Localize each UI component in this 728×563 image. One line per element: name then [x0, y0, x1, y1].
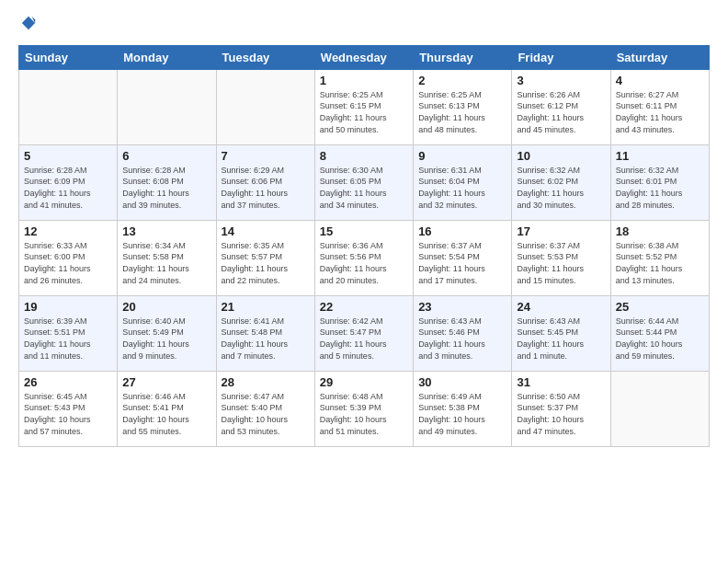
- calendar-cell: 7Sunrise: 6:29 AM Sunset: 6:06 PM Daylig…: [216, 144, 314, 220]
- day-info: Sunrise: 6:39 AM Sunset: 5:51 PM Dayligh…: [24, 316, 112, 362]
- calendar-cell: 30Sunrise: 6:49 AM Sunset: 5:38 PM Dayli…: [414, 371, 512, 446]
- day-number: 6: [122, 149, 210, 163]
- calendar-cell: 15Sunrise: 6:36 AM Sunset: 5:56 PM Dayli…: [314, 220, 413, 295]
- calendar-cell: 1Sunrise: 6:25 AM Sunset: 6:15 PM Daylig…: [314, 69, 413, 144]
- day-number: 12: [24, 224, 112, 238]
- day-number: 20: [122, 300, 210, 314]
- day-info: Sunrise: 6:32 AM Sunset: 6:02 PM Dayligh…: [517, 165, 605, 211]
- day-number: 3: [517, 74, 605, 87]
- calendar-week-2: 5Sunrise: 6:28 AM Sunset: 6:09 PM Daylig…: [19, 144, 710, 220]
- day-info: Sunrise: 6:50 AM Sunset: 5:37 PM Dayligh…: [517, 391, 605, 437]
- day-number: 14: [222, 224, 310, 238]
- calendar-cell: 16Sunrise: 6:37 AM Sunset: 5:54 PM Dayli…: [414, 220, 512, 295]
- logo-icon: [20, 15, 37, 31]
- day-number: 24: [517, 300, 605, 314]
- day-number: 9: [418, 149, 506, 163]
- day-info: Sunrise: 6:37 AM Sunset: 5:54 PM Dayligh…: [418, 240, 506, 286]
- day-info: Sunrise: 6:42 AM Sunset: 5:47 PM Dayligh…: [320, 316, 408, 362]
- day-info: Sunrise: 6:28 AM Sunset: 6:09 PM Dayligh…: [24, 165, 112, 211]
- calendar-cell: 31Sunrise: 6:50 AM Sunset: 5:37 PM Dayli…: [512, 371, 610, 446]
- day-info: Sunrise: 6:29 AM Sunset: 6:06 PM Dayligh…: [222, 165, 310, 211]
- calendar-cell: 5Sunrise: 6:28 AM Sunset: 6:09 PM Daylig…: [19, 144, 118, 220]
- day-header-sunday: Sunday: [19, 45, 118, 69]
- day-number: 13: [122, 224, 210, 238]
- day-number: 15: [320, 224, 408, 238]
- calendar-cell: 2Sunrise: 6:25 AM Sunset: 6:13 PM Daylig…: [414, 69, 512, 144]
- day-info: Sunrise: 6:25 AM Sunset: 6:15 PM Dayligh…: [320, 89, 408, 135]
- calendar-cell: 22Sunrise: 6:42 AM Sunset: 5:47 PM Dayli…: [314, 295, 413, 371]
- day-info: Sunrise: 6:49 AM Sunset: 5:38 PM Dayligh…: [418, 391, 506, 437]
- day-info: Sunrise: 6:31 AM Sunset: 6:04 PM Dayligh…: [418, 165, 506, 211]
- day-header-friday: Friday: [512, 45, 610, 69]
- calendar-cell: 14Sunrise: 6:35 AM Sunset: 5:57 PM Dayli…: [216, 220, 314, 295]
- calendar-cell: 19Sunrise: 6:39 AM Sunset: 5:51 PM Dayli…: [19, 295, 118, 371]
- day-header-tuesday: Tuesday: [216, 45, 314, 69]
- calendar-cell: [19, 69, 118, 144]
- calendar-cell: 8Sunrise: 6:30 AM Sunset: 6:05 PM Daylig…: [314, 144, 413, 220]
- calendar-header-row: SundayMondayTuesdayWednesdayThursdayFrid…: [19, 45, 710, 69]
- calendar-cell: 28Sunrise: 6:47 AM Sunset: 5:40 PM Dayli…: [216, 371, 314, 446]
- calendar-cell: 3Sunrise: 6:26 AM Sunset: 6:12 PM Daylig…: [512, 69, 610, 144]
- calendar-cell: 29Sunrise: 6:48 AM Sunset: 5:39 PM Dayli…: [314, 371, 413, 446]
- day-number: 11: [616, 149, 704, 163]
- day-info: Sunrise: 6:46 AM Sunset: 5:41 PM Dayligh…: [122, 391, 210, 437]
- day-info: Sunrise: 6:36 AM Sunset: 5:56 PM Dayligh…: [320, 240, 408, 286]
- day-number: 10: [517, 149, 605, 163]
- day-number: 17: [517, 224, 605, 238]
- logo: [18, 15, 37, 36]
- day-header-thursday: Thursday: [414, 45, 512, 69]
- day-info: Sunrise: 6:45 AM Sunset: 5:43 PM Dayligh…: [24, 391, 112, 437]
- day-header-monday: Monday: [118, 45, 216, 69]
- calendar-table: SundayMondayTuesdayWednesdayThursdayFrid…: [18, 45, 710, 447]
- calendar-cell: 24Sunrise: 6:43 AM Sunset: 5:45 PM Dayli…: [512, 295, 610, 371]
- day-header-wednesday: Wednesday: [314, 45, 413, 69]
- calendar-cell: 23Sunrise: 6:43 AM Sunset: 5:46 PM Dayli…: [414, 295, 512, 371]
- day-number: 22: [320, 300, 408, 314]
- calendar-cell: 6Sunrise: 6:28 AM Sunset: 6:08 PM Daylig…: [118, 144, 216, 220]
- day-info: Sunrise: 6:26 AM Sunset: 6:12 PM Dayligh…: [517, 89, 605, 135]
- page: SundayMondayTuesdayWednesdayThursdayFrid…: [0, 0, 728, 563]
- logo-general: [18, 15, 37, 36]
- day-header-saturday: Saturday: [610, 45, 709, 69]
- day-info: Sunrise: 6:43 AM Sunset: 5:46 PM Dayligh…: [418, 316, 506, 362]
- calendar-cell: 9Sunrise: 6:31 AM Sunset: 6:04 PM Daylig…: [414, 144, 512, 220]
- calendar-cell: 25Sunrise: 6:44 AM Sunset: 5:44 PM Dayli…: [610, 295, 709, 371]
- day-info: Sunrise: 6:30 AM Sunset: 6:05 PM Dayligh…: [320, 165, 408, 211]
- day-info: Sunrise: 6:44 AM Sunset: 5:44 PM Dayligh…: [616, 316, 704, 362]
- day-number: 1: [320, 74, 408, 87]
- calendar-week-4: 19Sunrise: 6:39 AM Sunset: 5:51 PM Dayli…: [19, 295, 710, 371]
- day-number: 29: [320, 375, 408, 389]
- day-number: 25: [616, 300, 704, 314]
- day-number: 31: [517, 375, 605, 389]
- day-info: Sunrise: 6:35 AM Sunset: 5:57 PM Dayligh…: [222, 240, 310, 286]
- day-number: 26: [24, 375, 112, 389]
- calendar-cell: 18Sunrise: 6:38 AM Sunset: 5:52 PM Dayli…: [610, 220, 709, 295]
- day-info: Sunrise: 6:28 AM Sunset: 6:08 PM Dayligh…: [122, 165, 210, 211]
- calendar-cell: 17Sunrise: 6:37 AM Sunset: 5:53 PM Dayli…: [512, 220, 610, 295]
- day-number: 30: [418, 375, 506, 389]
- day-info: Sunrise: 6:38 AM Sunset: 5:52 PM Dayligh…: [616, 240, 704, 286]
- day-info: Sunrise: 6:32 AM Sunset: 6:01 PM Dayligh…: [616, 165, 704, 211]
- day-info: Sunrise: 6:43 AM Sunset: 5:45 PM Dayligh…: [517, 316, 605, 362]
- day-info: Sunrise: 6:25 AM Sunset: 6:13 PM Dayligh…: [418, 89, 506, 135]
- day-info: Sunrise: 6:27 AM Sunset: 6:11 PM Dayligh…: [616, 89, 704, 135]
- calendar-cell: [216, 69, 314, 144]
- day-info: Sunrise: 6:40 AM Sunset: 5:49 PM Dayligh…: [122, 316, 210, 362]
- day-number: 23: [418, 300, 506, 314]
- day-number: 18: [616, 224, 704, 238]
- day-number: 19: [24, 300, 112, 314]
- calendar-cell: 4Sunrise: 6:27 AM Sunset: 6:11 PM Daylig…: [610, 69, 709, 144]
- day-number: 7: [222, 149, 310, 163]
- day-info: Sunrise: 6:41 AM Sunset: 5:48 PM Dayligh…: [222, 316, 310, 362]
- day-number: 28: [222, 375, 310, 389]
- calendar-cell: 21Sunrise: 6:41 AM Sunset: 5:48 PM Dayli…: [216, 295, 314, 371]
- day-info: Sunrise: 6:47 AM Sunset: 5:40 PM Dayligh…: [222, 391, 310, 437]
- header: [18, 15, 710, 36]
- calendar-week-3: 12Sunrise: 6:33 AM Sunset: 6:00 PM Dayli…: [19, 220, 710, 295]
- calendar-cell: 20Sunrise: 6:40 AM Sunset: 5:49 PM Dayli…: [118, 295, 216, 371]
- day-number: 5: [24, 149, 112, 163]
- day-info: Sunrise: 6:33 AM Sunset: 6:00 PM Dayligh…: [24, 240, 112, 286]
- day-number: 21: [222, 300, 310, 314]
- calendar-cell: 11Sunrise: 6:32 AM Sunset: 6:01 PM Dayli…: [610, 144, 709, 220]
- day-number: 2: [418, 74, 506, 87]
